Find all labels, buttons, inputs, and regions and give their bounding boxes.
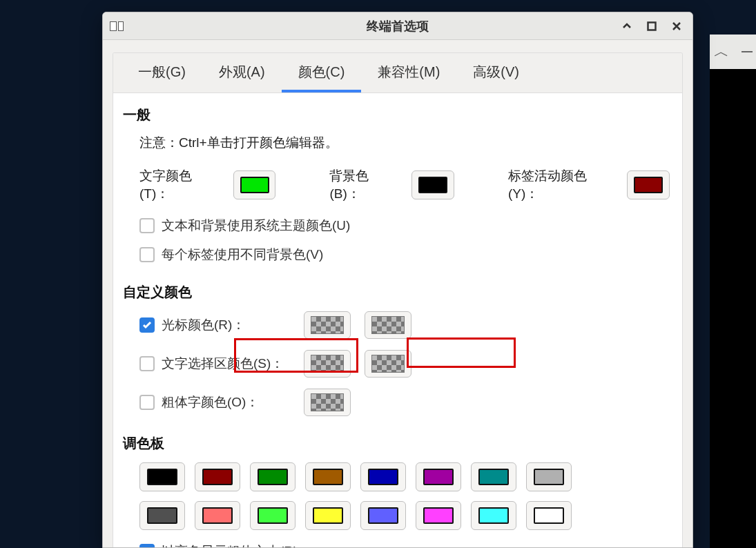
tab-compat[interactable]: 兼容性(M) xyxy=(361,53,456,92)
palette-swatch xyxy=(423,469,454,485)
palette-color-10[interactable] xyxy=(250,501,295,530)
maximize-icon[interactable] xyxy=(644,19,659,34)
checker-icon xyxy=(311,393,344,411)
vary-bg-label: 每个标签使用不同背景色(V) xyxy=(162,246,323,264)
bold-color-label: 粗体字颜色(O)： xyxy=(162,393,259,411)
tab-colors[interactable]: 颜色(C) xyxy=(282,53,362,92)
tab-bar: 一般(G) 外观(A) 颜色(C) 兼容性(M) 高级(V) xyxy=(113,53,682,93)
bright-bold-checkbox[interactable] xyxy=(139,544,155,547)
palette-color-0[interactable] xyxy=(139,462,185,491)
colors-panel: 一般 注意：Ctrl+单击打开颜色编辑器。 文字颜色(T)： 背景色(B)： 标… xyxy=(113,93,682,547)
palette-color-12[interactable] xyxy=(360,501,406,530)
palette-color-15[interactable] xyxy=(526,501,572,530)
chevron-up-icon[interactable] xyxy=(619,19,634,34)
palette-color-2[interactable] xyxy=(250,462,295,491)
background-terminal-area xyxy=(710,69,756,548)
palette-swatch xyxy=(258,469,288,485)
palette-swatch xyxy=(147,507,177,524)
cursor-color-label: 光标颜色(R)： xyxy=(162,316,245,334)
tab-activity-color-button[interactable] xyxy=(627,170,670,199)
section-custom-title: 自定义颜色 xyxy=(123,283,670,302)
text-color-button[interactable] xyxy=(233,170,276,199)
preferences-window: 终端首选项 一般(G) 外观(A) 颜色(C) 兼容性(M) 高级(V) 一般 … xyxy=(102,12,693,548)
checker-icon xyxy=(311,316,344,334)
app-icon xyxy=(103,21,124,31)
palette-color-7[interactable] xyxy=(526,462,572,491)
palette-swatch xyxy=(202,469,233,485)
palette-swatch xyxy=(534,507,564,524)
palette-color-13[interactable] xyxy=(416,501,461,530)
tab-activity-color-swatch xyxy=(634,177,663,193)
palette-swatch xyxy=(423,507,454,524)
palette-color-14[interactable] xyxy=(471,501,516,530)
palette-color-4[interactable] xyxy=(360,462,406,491)
bold-color-button[interactable] xyxy=(304,389,351,416)
tab-advanced[interactable]: 高级(V) xyxy=(456,53,536,92)
tab-activity-color-label: 标签活动颜色(Y)： xyxy=(508,167,610,203)
section-palette-title: 调色板 xyxy=(123,434,670,453)
titlebar[interactable]: 终端首选项 xyxy=(103,12,692,40)
palette-swatch xyxy=(368,469,398,485)
vary-bg-checkbox[interactable] xyxy=(139,247,155,262)
palette-color-11[interactable] xyxy=(305,501,351,530)
selection-color-fg-button[interactable] xyxy=(304,350,351,378)
palette-swatch xyxy=(313,507,343,524)
bg-color-button[interactable] xyxy=(411,170,454,199)
selection-color-label: 文字选择区颜色(S)： xyxy=(162,355,284,373)
bold-color-checkbox[interactable] xyxy=(139,395,155,410)
text-color-label: 文字颜色(T)： xyxy=(139,167,217,203)
checker-icon xyxy=(371,355,405,373)
selection-color-checkbox[interactable] xyxy=(139,356,155,371)
use-system-theme-label: 文本和背景使用系统主题颜色(U) xyxy=(162,217,350,235)
cursor-color-bg-button[interactable] xyxy=(365,311,411,339)
palette-color-8[interactable] xyxy=(139,501,185,530)
cursor-color-checkbox[interactable] xyxy=(139,317,155,333)
palette-swatch xyxy=(313,469,343,485)
use-system-theme-checkbox[interactable] xyxy=(139,218,155,233)
background-window-ctrl: ︿ xyxy=(710,35,756,69)
bright-bold-label: 以亮色显示粗体文本(R) xyxy=(162,542,298,547)
palette-color-3[interactable] xyxy=(305,462,351,491)
palette-swatch xyxy=(147,469,177,485)
chevron-up-icon[interactable]: ︿ xyxy=(714,41,729,62)
palette-swatch xyxy=(478,507,509,524)
tab-general[interactable]: 一般(G) xyxy=(122,53,202,92)
checker-icon xyxy=(311,355,344,373)
tab-appearance[interactable]: 外观(A) xyxy=(202,53,282,92)
palette-grid xyxy=(139,462,581,530)
palette-color-6[interactable] xyxy=(471,462,516,491)
palette-color-1[interactable] xyxy=(195,462,240,491)
editor-hint: 注意：Ctrl+单击打开颜色编辑器。 xyxy=(139,134,670,152)
selection-color-bg-button[interactable] xyxy=(365,350,411,378)
close-icon[interactable] xyxy=(669,19,684,34)
palette-swatch xyxy=(534,469,564,485)
palette-swatch xyxy=(368,507,398,524)
svg-rect-0 xyxy=(648,22,656,30)
minimize-icon[interactable] xyxy=(742,51,753,52)
palette-swatch xyxy=(478,469,509,485)
palette-swatch xyxy=(202,507,233,524)
bg-color-swatch xyxy=(418,177,447,193)
content-pane: 一般(G) 外观(A) 颜色(C) 兼容性(M) 高级(V) 一般 注意：Ctr… xyxy=(113,52,683,547)
checker-icon xyxy=(371,316,405,334)
section-general-title: 一般 xyxy=(123,106,670,124)
palette-swatch xyxy=(258,507,288,524)
cursor-color-fg-button[interactable] xyxy=(304,311,351,339)
text-color-swatch xyxy=(240,177,269,193)
palette-color-5[interactable] xyxy=(416,462,461,491)
window-title: 终端首选项 xyxy=(103,18,692,35)
bg-color-label: 背景色(B)： xyxy=(329,167,395,203)
palette-color-9[interactable] xyxy=(195,501,240,530)
